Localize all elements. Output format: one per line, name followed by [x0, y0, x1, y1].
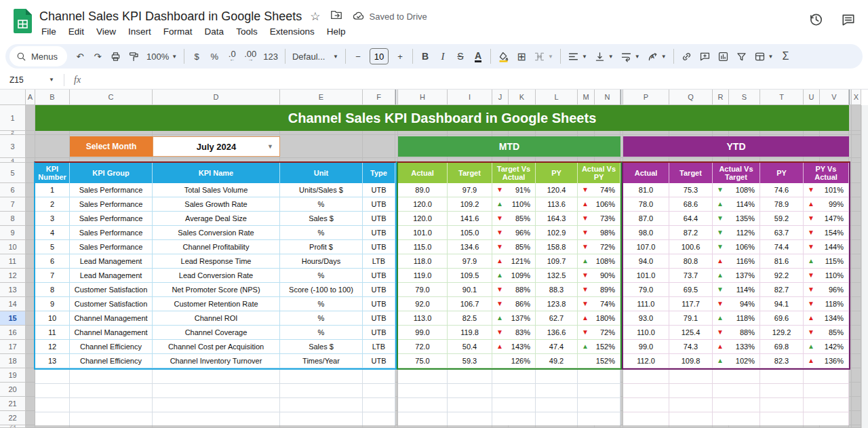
zoom-selector[interactable]: 100%▼: [143, 47, 180, 66]
empty-cell[interactable]: [578, 398, 620, 412]
table-cell[interactable]: Sales Performance: [70, 183, 153, 197]
table-column-header[interactable]: PY: [536, 163, 578, 183]
table-cell[interactable]: ▲180%: [578, 311, 620, 326]
table-cell[interactable]: UTB: [363, 240, 395, 254]
table-cell[interactable]: ▼147%: [804, 212, 849, 226]
empty-cell[interactable]: [536, 384, 578, 398]
empty-cell[interactable]: [398, 384, 448, 398]
menu-format[interactable]: Format: [157, 24, 199, 39]
table-cell[interactable]: 129.2: [760, 326, 804, 340]
table-cell[interactable]: ▼144%: [804, 240, 849, 254]
row-header-16[interactable]: 16: [0, 326, 26, 340]
table-cell[interactable]: %: [280, 226, 363, 240]
table-cell[interactable]: Sales $: [280, 212, 363, 226]
table-cell[interactable]: 120.4: [536, 183, 578, 197]
table-cell[interactable]: ▼74%: [578, 297, 620, 311]
font-size-increase-button[interactable]: +: [391, 47, 409, 66]
empty-cell[interactable]: [578, 370, 620, 384]
empty-cell[interactable]: [578, 384, 620, 398]
table-cell[interactable]: 90.1: [448, 283, 492, 297]
table-cell[interactable]: ▼83%: [492, 326, 536, 340]
table-cell[interactable]: 69.5: [669, 283, 713, 297]
table-cell[interactable]: ▼96%: [492, 226, 536, 240]
row-header-8[interactable]: 8: [0, 212, 26, 226]
empty-cell[interactable]: [804, 370, 849, 384]
menu-help[interactable]: Help: [321, 24, 352, 39]
table-cell[interactable]: 117.7: [669, 297, 713, 311]
table-cell[interactable]: UTB: [363, 269, 395, 283]
table-cell[interactable]: %: [280, 197, 363, 212]
row-header-5[interactable]: 5: [0, 163, 26, 183]
table-cell[interactable]: UTB: [363, 354, 395, 368]
row-header-17[interactable]: 17: [0, 340, 26, 354]
table-cell[interactable]: ▼135%: [713, 212, 760, 226]
table-cell[interactable]: Times/Year: [280, 354, 363, 368]
table-cell[interactable]: ▼73%: [578, 212, 620, 226]
number-format-button[interactable]: 123: [260, 47, 281, 66]
table-cell[interactable]: Hours/Days: [280, 254, 363, 269]
table-cell[interactable]: 78.9: [760, 197, 804, 212]
table-views-button[interactable]: ▼: [751, 47, 777, 66]
table-cell[interactable]: 123.8: [536, 297, 578, 311]
table-cell[interactable]: 119.0: [398, 269, 448, 283]
table-cell[interactable]: 82.3: [760, 354, 804, 368]
empty-cell[interactable]: [153, 398, 280, 412]
empty-cell[interactable]: [280, 384, 363, 398]
table-cell[interactable]: 69.8: [760, 340, 804, 354]
table-cell[interactable]: 81.6: [760, 254, 804, 269]
table-cell[interactable]: 11: [35, 326, 70, 340]
table-cell[interactable]: 93.0: [623, 311, 669, 326]
table-column-header[interactable]: Target: [669, 163, 713, 183]
row-header-22[interactable]: 22: [0, 411, 26, 425]
table-cell[interactable]: Score (-100 to 100): [280, 283, 363, 297]
print-button[interactable]: [106, 47, 125, 66]
table-cell[interactable]: %: [280, 311, 363, 326]
table-cell[interactable]: Channel Management: [70, 311, 153, 326]
table-cell[interactable]: 106.7: [448, 297, 492, 311]
table-cell[interactable]: UTB: [363, 197, 395, 212]
empty-cell[interactable]: [536, 398, 578, 412]
table-column-header[interactable]: KPI Group: [70, 163, 153, 183]
insert-chart-button[interactable]: [714, 47, 732, 66]
table-cell[interactable]: 68.6: [669, 197, 713, 212]
empty-cell[interactable]: [623, 370, 669, 384]
format-currency-button[interactable]: $: [188, 47, 205, 66]
table-cell[interactable]: Channel Efficiency: [70, 354, 153, 368]
table-cell[interactable]: ▼85%: [804, 326, 849, 340]
table-cell[interactable]: 97.9: [448, 183, 492, 197]
row-header-11[interactable]: 11: [0, 254, 26, 269]
table-cell[interactable]: ▼72%: [578, 240, 620, 254]
table-cell[interactable]: Sales Performance: [70, 197, 153, 212]
table-cell[interactable]: 63.7: [760, 226, 804, 240]
table-cell[interactable]: Customer Satisfaction: [70, 283, 153, 297]
table-cell[interactable]: 99.0: [623, 340, 669, 354]
table-cell[interactable]: ▼89%: [578, 283, 620, 297]
empty-cell[interactable]: [70, 412, 153, 425]
comments-icon[interactable]: [841, 12, 856, 30]
column-header-M[interactable]: M: [578, 90, 595, 105]
empty-cell[interactable]: [492, 412, 536, 425]
table-cell[interactable]: 79.1: [669, 311, 713, 326]
table-cell[interactable]: 79.0: [398, 283, 448, 297]
table-cell[interactable]: LTB: [363, 340, 395, 354]
table-column-header[interactable]: Unit: [280, 163, 363, 183]
format-percent-button[interactable]: %: [205, 47, 223, 66]
row-header-9[interactable]: 9: [0, 226, 26, 240]
table-cell[interactable]: 105.0: [448, 226, 492, 240]
table-cell[interactable]: Customer Satisfaction: [70, 297, 153, 311]
table-cell[interactable]: ▲116%: [713, 254, 760, 269]
empty-cell[interactable]: [35, 384, 70, 398]
empty-cell[interactable]: [713, 398, 760, 412]
column-header-U[interactable]: U: [804, 90, 820, 105]
empty-cell[interactable]: [280, 412, 363, 425]
table-cell[interactable]: 110.0: [623, 326, 669, 340]
insert-comment-button[interactable]: [696, 47, 714, 66]
table-cell[interactable]: 109.5: [448, 269, 492, 283]
table-cell[interactable]: 134.6: [448, 240, 492, 254]
increase-decimal-button[interactable]: .00→: [241, 47, 260, 66]
table-cell[interactable]: ▲152%: [578, 340, 620, 354]
font-selector[interactable]: Defaul...▼: [289, 47, 342, 66]
table-cell[interactable]: ▼91%: [492, 183, 536, 197]
empty-cell[interactable]: [713, 370, 760, 384]
empty-cell[interactable]: [448, 384, 492, 398]
